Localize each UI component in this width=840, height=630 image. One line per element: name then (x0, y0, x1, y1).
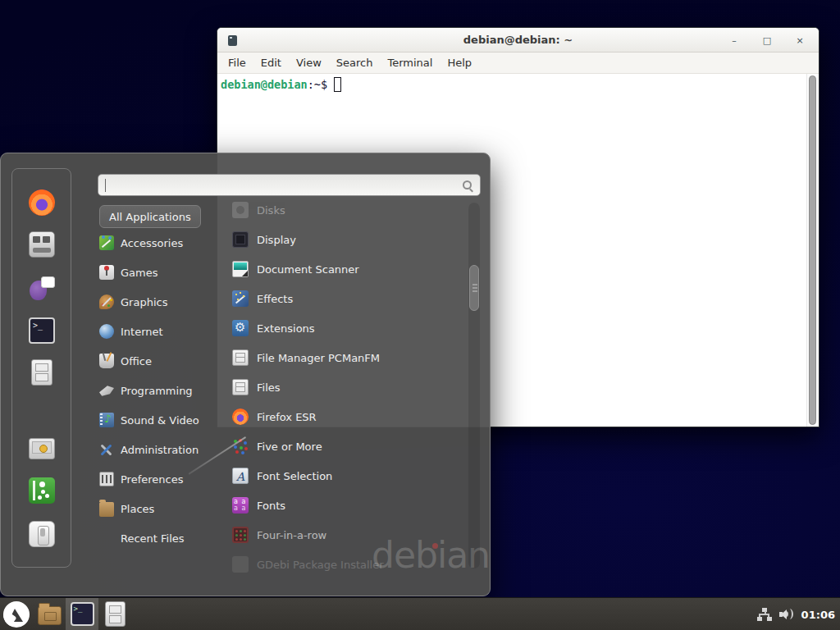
app-label: Files (257, 381, 281, 394)
search-input[interactable] (98, 175, 480, 195)
app-label: Extensions (257, 322, 315, 335)
terminal-cursor (334, 77, 341, 92)
shutdown-button[interactable] (28, 520, 56, 548)
app-disks[interactable]: Disks (232, 199, 465, 221)
volume-icon[interactable] (779, 608, 794, 621)
category-programming[interactable]: Programming (99, 379, 217, 402)
app-extensions[interactable]: Extensions (232, 317, 465, 340)
menu-file[interactable]: File (221, 54, 253, 71)
category-label: Accessories (121, 237, 183, 249)
category-label: Sound & Video (121, 414, 199, 427)
files-launcher[interactable] (98, 598, 131, 630)
category-places[interactable]: Places (99, 497, 217, 520)
category-preferences[interactable]: Preferences (99, 468, 217, 491)
file-manager-icon (31, 359, 52, 386)
minimize-button[interactable]: – (727, 33, 742, 48)
app-document-scanner[interactable]: Document Scanner (232, 258, 465, 281)
prompt-user-host: debian@debian (221, 78, 308, 91)
app-label: Five or More (257, 441, 322, 453)
system-tray: 01:06 (757, 598, 835, 630)
extensions-icon (232, 320, 249, 336)
menu-help[interactable]: Help (440, 54, 479, 71)
font-selection-icon (232, 468, 249, 484)
app-fonts[interactable]: Fonts (232, 494, 465, 517)
menu-edit[interactable]: Edit (253, 54, 289, 71)
app-four-in-a-row[interactable]: Four-in-a-row (232, 523, 465, 546)
search-icon (463, 180, 473, 191)
favorites-panel (11, 168, 71, 568)
text-caret (105, 179, 106, 192)
document-scanner-icon (232, 261, 249, 277)
menu-terminal[interactable]: Terminal (380, 54, 440, 71)
effects-icon (232, 290, 249, 307)
app-label: Disks (257, 204, 285, 217)
menu-button[interactable] (0, 598, 33, 630)
terminal-icon (29, 317, 55, 344)
terminal-menubar: File Edit View Search Terminal Help (217, 52, 819, 74)
preferences-icon (99, 472, 114, 486)
favorite-settings[interactable] (28, 231, 56, 258)
app-files[interactable]: Files (232, 376, 465, 399)
lock-screen-button[interactable] (28, 435, 56, 463)
app-display[interactable]: Display (232, 228, 465, 251)
games-icon (99, 265, 114, 280)
category-label: Administration (121, 444, 199, 456)
category-label: Graphics (121, 296, 167, 308)
terminal-task-button[interactable] (66, 598, 98, 630)
app-five-or-more[interactable]: Five or More (232, 435, 465, 458)
favorite-file-manager[interactable] (28, 358, 56, 386)
app-font-selection[interactable]: Font Selection (232, 464, 465, 487)
file-manager-icon (232, 349, 249, 366)
category-all-applications[interactable]: All Applications (99, 205, 201, 228)
category-graphics[interactable]: Graphics (99, 290, 217, 313)
favorite-pidgin[interactable] (28, 275, 56, 303)
category-internet[interactable]: Internet (99, 320, 217, 343)
network-icon[interactable] (757, 608, 772, 621)
file-manager-launcher[interactable] (33, 598, 66, 630)
category-accessories[interactable]: Accessories (99, 231, 217, 254)
terminal-scrollbar-thumb[interactable] (809, 75, 816, 425)
logout-button[interactable] (28, 477, 56, 504)
terminal-titlebar[interactable]: debian@debian: ~ – □ × (217, 28, 819, 52)
firefox-icon (232, 409, 249, 425)
places-icon (99, 502, 114, 517)
app-firefox-esr[interactable]: Firefox ESR (232, 405, 465, 428)
accessories-icon (99, 235, 114, 250)
close-button[interactable]: × (792, 33, 807, 48)
terminal-prompt: debian@debian:~$ (221, 77, 341, 92)
app-label: File Manager PCManFM (257, 352, 380, 364)
terminal-scrollbar[interactable] (806, 74, 818, 427)
category-label: Programming (121, 385, 193, 397)
display-icon (232, 231, 249, 248)
category-sound-video[interactable]: Sound & Video (99, 409, 217, 431)
terminal-task-icon (71, 602, 94, 626)
fonts-icon (232, 497, 249, 514)
folder-launcher-icon (38, 606, 62, 625)
category-recent-files[interactable]: Recent Files (99, 527, 217, 550)
logout-icon (29, 477, 55, 504)
favorite-terminal[interactable] (28, 317, 56, 345)
menu-scrollbar[interactable] (468, 203, 480, 568)
window-controls: – □ × (727, 28, 807, 52)
internet-icon (99, 324, 114, 339)
prompt-path: :~$ (308, 78, 327, 91)
menu-scrollbar-thumb[interactable] (469, 265, 479, 311)
app-file-manager-pcmanfm[interactable]: File Manager PCManFM (232, 346, 465, 369)
clock[interactable]: 01:06 (801, 609, 835, 621)
category-administration[interactable]: Administration (99, 438, 217, 461)
maximize-button[interactable]: □ (760, 33, 774, 48)
app-label: Firefox ESR (257, 411, 317, 423)
category-office[interactable]: Office (99, 349, 217, 372)
favorite-firefox[interactable] (28, 189, 56, 217)
category-games[interactable]: Games (99, 261, 217, 284)
app-effects[interactable]: Effects (232, 287, 465, 310)
app-label: Document Scanner (257, 263, 359, 276)
app-gdebi[interactable]: GDebi Package Installer (232, 553, 465, 576)
menu-search[interactable]: Search (329, 54, 381, 71)
app-label: Font Selection (257, 470, 332, 482)
firefox-icon (29, 189, 55, 216)
taskbar: 01:06 (0, 597, 840, 630)
menu-view[interactable]: View (289, 54, 329, 71)
menu-launcher-icon (3, 601, 30, 628)
graphics-icon (99, 294, 114, 309)
